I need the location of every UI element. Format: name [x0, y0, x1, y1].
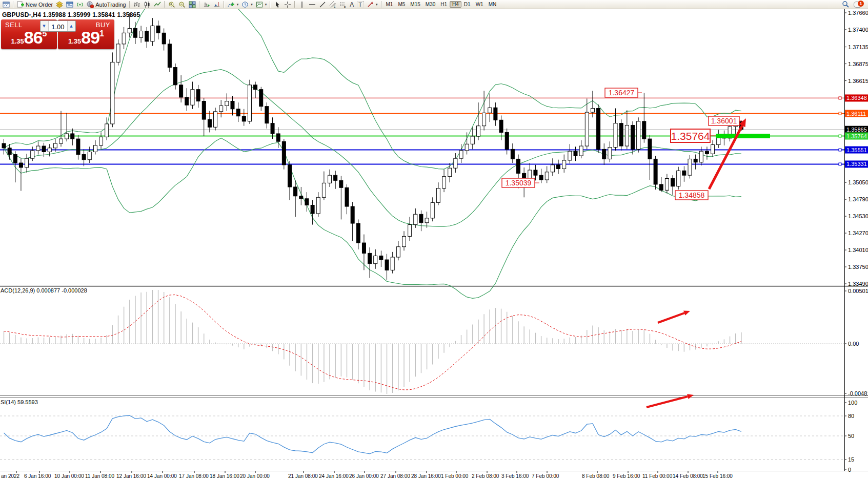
time-axis[interactable]: an 20226 Jan 16:0010 Jan 00:0011 Jan 08:… — [1, 471, 733, 479]
new-order-icon — [17, 1, 24, 8]
svg-text:0.005014: 0.005014 — [848, 288, 868, 294]
search-icon[interactable] — [842, 1, 850, 8]
svg-text:1.34010: 1.34010 — [848, 247, 868, 253]
level-handle[interactable] — [839, 149, 841, 151]
blue-window-icon — [66, 1, 73, 8]
indicators-button[interactable]: ▾ — [226, 1, 240, 9]
new-order-button[interactable]: New Order — [15, 1, 54, 9]
svg-text:1.36111: 1.36111 — [846, 111, 866, 117]
zoom-out-icon — [178, 1, 186, 8]
indicators-icon — [228, 1, 235, 8]
trendline-tool[interactable] — [317, 1, 328, 9]
timeframe-d1[interactable]: D1 — [461, 1, 473, 8]
candlestick-chart-button[interactable] — [142, 1, 152, 9]
price-annotation[interactable]: 1.35039 — [502, 178, 539, 187]
svg-text:1.33750: 1.33750 — [848, 264, 868, 270]
toolbar-separator — [270, 1, 271, 8]
fibonacci-tool[interactable]: F — [338, 1, 348, 9]
svg-text:1.37135: 1.37135 — [848, 44, 868, 50]
volume-decrease-button[interactable]: ▼ — [41, 21, 49, 31]
trend-arrow[interactable] — [658, 310, 690, 323]
price-annotation[interactable]: 1.36427 — [605, 88, 642, 97]
autotrading-button[interactable]: AutoTrading — [85, 1, 128, 9]
auto-scroll-button[interactable] — [201, 1, 212, 9]
arrow-object-icon — [367, 1, 374, 8]
cursor-icon — [274, 1, 281, 8]
strategy-signal-icon[interactable] — [75, 1, 85, 9]
candlesticks — [2, 13, 743, 280]
svg-text:2 Feb 08:00: 2 Feb 08:00 — [472, 473, 499, 479]
rsi-indicator-label: SI(14) 59.5593 — [1, 399, 38, 405]
svg-text:1.33490: 1.33490 — [848, 281, 868, 287]
text-tool[interactable]: A — [348, 1, 355, 9]
channel-tool[interactable]: E — [328, 1, 338, 9]
trendline-icon — [319, 1, 326, 8]
trend-arrow[interactable] — [647, 394, 694, 407]
green-highlight-bar[interactable] — [716, 134, 770, 138]
zoom-out-button[interactable] — [177, 1, 187, 9]
level-handle[interactable] — [839, 135, 841, 137]
svg-text:27 Jan 08:00: 27 Jan 08:00 — [380, 473, 410, 479]
price-annotation[interactable]: 1.35764 — [671, 129, 716, 142]
tile-windows-button[interactable] — [187, 1, 197, 9]
toolbar-separator — [164, 1, 165, 8]
svg-text:17 Jan 08:00: 17 Jan 08:00 — [179, 473, 209, 479]
svg-text:1.35331: 1.35331 — [846, 161, 867, 167]
bar-chart-icon — [133, 1, 140, 8]
price-annotation[interactable]: 1.36001 — [709, 116, 742, 126]
chart-window-icon[interactable] — [1, 1, 11, 9]
svg-text:0.00: 0.00 — [848, 341, 859, 347]
timeframe-m1[interactable]: M1 — [383, 1, 396, 8]
data-window-icon[interactable] — [65, 1, 75, 9]
svg-text:14 Feb 08:00: 14 Feb 08:00 — [673, 473, 703, 479]
macd-histogram — [4, 290, 741, 394]
market-watch-icon[interactable] — [54, 1, 65, 9]
zoom-in-button[interactable] — [167, 1, 177, 9]
svg-text:-0.004812: -0.004812 — [848, 390, 868, 396]
level-handle[interactable] — [839, 97, 841, 99]
svg-text:26 Jan 00:00: 26 Jan 00:00 — [349, 473, 379, 479]
rsi-line — [4, 415, 741, 454]
autotrading-icon — [87, 1, 94, 8]
timeframe-mn[interactable]: MN — [486, 1, 499, 8]
price-annotation[interactable]: 1.34858 — [675, 191, 708, 200]
timeframe-h4[interactable]: H4 — [450, 1, 461, 8]
crosshair-tool-button[interactable] — [282, 1, 293, 9]
label-tool[interactable]: T — [355, 1, 365, 9]
svg-text:10 Jan 00:00: 10 Jan 00:00 — [54, 473, 84, 479]
tile-windows-icon — [189, 1, 196, 8]
svg-text:15: 15 — [848, 456, 854, 463]
line-chart-button[interactable] — [152, 1, 163, 9]
level-handle[interactable] — [839, 163, 841, 165]
bar-chart-button[interactable] — [132, 1, 142, 9]
svg-text:1.36615: 1.36615 — [848, 78, 868, 84]
templates-button[interactable]: ▾ — [254, 1, 269, 9]
svg-text:1.35050: 1.35050 — [848, 179, 868, 185]
candlestick-icon — [144, 1, 151, 8]
vertical-line-tool[interactable] — [297, 1, 307, 9]
dropdown-caret: ▾ — [265, 3, 267, 7]
horizontal-line-tool[interactable] — [307, 1, 317, 9]
timeframe-m30[interactable]: M30 — [423, 1, 438, 8]
notification-count-badge: 1 — [858, 1, 864, 7]
notification-bubble[interactable]: 1 — [854, 1, 864, 8]
timeframe-m5[interactable]: M5 — [395, 1, 408, 8]
cursor-tool-button[interactable] — [272, 1, 282, 9]
channel-icon: E — [329, 1, 336, 8]
level-handle[interactable] — [839, 112, 841, 115]
volume-increase-button[interactable]: ▲ — [67, 21, 75, 31]
auto-scroll-icon — [203, 1, 210, 8]
chart-shift-icon — [213, 1, 220, 8]
dropdown-caret: ▾ — [376, 3, 378, 7]
timeframe-m15[interactable]: M15 — [408, 1, 422, 8]
timeframe-h1[interactable]: H1 — [438, 1, 450, 8]
toolbar-separator — [381, 1, 382, 8]
arrows-tool[interactable]: ▾ — [365, 1, 379, 9]
periods-button[interactable]: ▾ — [240, 1, 254, 9]
chart-canvas[interactable]: 1.376601.374001.371351.368751.366151.350… — [0, 0, 868, 481]
chart-shift-button[interactable] — [212, 1, 222, 9]
svg-text:1.34858: 1.34858 — [679, 191, 705, 199]
svg-text:14 Jan 00:00: 14 Jan 00:00 — [147, 473, 177, 479]
timeframe-w1[interactable]: W1 — [473, 1, 486, 8]
svg-text:1.37660: 1.37660 — [848, 10, 868, 16]
